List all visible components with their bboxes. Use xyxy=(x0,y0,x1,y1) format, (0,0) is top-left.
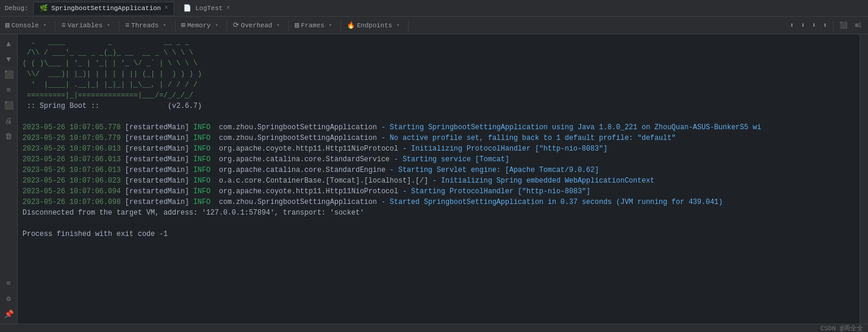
toolbar-overhead[interactable]: ⟳ Overhead ▾ xyxy=(230,19,285,32)
process-line: Process finished with exit code -1 xyxy=(23,229,855,240)
side-btn-square[interactable]: ⬛ xyxy=(2,98,16,113)
log-line: 2023-05-26 10:07:06.023 [restartedMain] … xyxy=(23,175,855,186)
threads-label: Threads xyxy=(131,22,158,29)
threads-arrow[interactable]: ▾ xyxy=(161,19,169,32)
log-line: 2023-05-26 10:07:06.013 [restartedMain] … xyxy=(23,165,855,175)
toolbar-scroll-up[interactable]: ⬆ xyxy=(787,19,797,32)
toolbar-threads[interactable]: ≡ Threads ▾ xyxy=(122,19,171,32)
up2-icon: ⬆ xyxy=(823,21,827,29)
frames-arrow[interactable]: ▾ xyxy=(326,19,334,32)
main-area: ▲ ▼ ⬛ ≡ ⬛ 🖨 🗑 ≡ ⚙ 📌 . ____ _ __ _ _ /\\ … xyxy=(0,34,868,324)
console-arrow[interactable]: ▾ xyxy=(40,19,49,32)
format-icon: ≡⃝ xyxy=(855,22,863,29)
frames-icon: ▤ xyxy=(295,21,299,30)
side-btn-print[interactable]: 🖨 xyxy=(2,114,16,128)
sep-7 xyxy=(408,20,409,31)
overhead-arrow[interactable]: ▾ xyxy=(274,19,282,32)
bottom-scrollbar[interactable] xyxy=(2,326,818,331)
side-btn-stop[interactable]: ⬛ xyxy=(2,68,16,82)
tab-close-springboot[interactable]: × xyxy=(164,5,168,11)
pin-icon: ⬇ xyxy=(812,21,816,29)
toolbar-console[interactable]: ▤ Console ▾ xyxy=(2,19,52,32)
sep-4 xyxy=(226,20,227,31)
watermark-label: CSDN @周全全 xyxy=(820,324,868,332)
sep-1 xyxy=(55,20,55,31)
console-label: Console xyxy=(11,22,39,29)
toolbar-frames[interactable]: ▤ Frames ▾ xyxy=(292,19,337,32)
endpoints-arrow[interactable]: ▾ xyxy=(394,19,402,32)
overhead-icon: ⟳ xyxy=(233,21,239,30)
log-line: 2023-05-26 10:07:06.094 [restartedMain] … xyxy=(23,186,855,197)
log-line: 2023-05-26 10:07:05.778 [restartedMain] … xyxy=(23,122,855,133)
console-area: . ____ _ __ _ _ /\\ / ___'_ __ _ _(_)_ _… xyxy=(18,34,860,324)
toolbar-variables[interactable]: ≡ Variables ▾ xyxy=(58,19,116,32)
side-btn-up[interactable]: ▲ xyxy=(2,37,16,51)
tab-label-springboot: SpringbootSettingApplication xyxy=(52,5,161,12)
tab-icon-springboot: 🌿 xyxy=(40,4,48,12)
overhead-label: Overhead xyxy=(241,22,272,29)
scroll-down-icon: ⬇ xyxy=(801,21,805,29)
threads-icon: ≡ xyxy=(125,21,129,30)
variables-icon: ≡ xyxy=(61,21,65,30)
scroll-up-icon: ⬆ xyxy=(790,21,794,29)
toolbar-scroll-down[interactable]: ⬇ xyxy=(798,19,808,32)
frames-label: Frames xyxy=(301,22,324,29)
memory-icon: ⊞ xyxy=(181,21,186,30)
sep-8 xyxy=(833,20,834,31)
disconnect-line: Disconnected from the target VM, address… xyxy=(23,208,855,218)
variables-label: Variables xyxy=(68,22,103,29)
toolbar-endpoints[interactable]: 🔥 Endpoints ▾ xyxy=(344,19,405,32)
sep-2 xyxy=(119,20,119,31)
log-line: 2023-05-26 10:07:06.013 [restartedMain] … xyxy=(23,143,855,154)
log-line: 2023-05-26 10:07:06.013 [restartedMain] … xyxy=(23,154,855,165)
tab-label-logtest: LogTest xyxy=(195,5,222,12)
toolbar-up2[interactable]: ⬆ xyxy=(820,19,830,32)
side-btn-pin[interactable]: 📌 xyxy=(2,307,16,321)
side-btn-gear[interactable]: ⚙ xyxy=(2,292,16,306)
tab-logtest[interactable]: 📄 LogTest × xyxy=(177,2,236,15)
side-btn-grid[interactable]: ≡ xyxy=(2,276,16,290)
tab-springboot[interactable]: 🌿 SpringbootSettingApplication × xyxy=(33,2,175,15)
endpoints-icon: 🔥 xyxy=(347,21,355,29)
toolbar: ▤ Console ▾ ≡ Variables ▾ ≡ Threads ▾ ⊞ … xyxy=(0,17,868,34)
log-line: 2023-05-26 10:07:06.098 [restartedMain] … xyxy=(23,197,855,208)
memory-arrow[interactable]: ▾ xyxy=(212,19,221,32)
right-scrollbar[interactable] xyxy=(860,34,868,324)
toolbar-memory[interactable]: ⊞ Memory ▾ xyxy=(178,19,224,32)
sep-5 xyxy=(288,20,289,31)
memory-label: Memory xyxy=(187,22,211,29)
console-icon: ▤ xyxy=(5,21,9,30)
sep-3 xyxy=(175,20,175,31)
side-panel: ▲ ▼ ⬛ ≡ ⬛ 🖨 🗑 ≡ ⚙ 📌 xyxy=(0,34,18,324)
log-line: 2023-05-26 10:07:05.779 [restartedMain] … xyxy=(23,133,855,143)
side-btn-list[interactable]: ≡ xyxy=(2,83,16,97)
toolbar-stop[interactable]: ⬛ xyxy=(837,19,851,32)
bottom-bar: CSDN @周全全 xyxy=(0,324,868,332)
console-output[interactable]: . ____ _ __ _ _ /\\ / ___'_ __ _ _(_)_ _… xyxy=(18,34,860,324)
tab-icon-logtest: 📄 xyxy=(183,4,192,12)
variables-arrow[interactable]: ▾ xyxy=(104,19,113,32)
tab-close-logtest[interactable]: × xyxy=(226,5,230,11)
endpoints-label: Endpoints xyxy=(357,22,392,29)
debug-label: Debug: xyxy=(5,5,28,12)
stop-icon: ⬛ xyxy=(840,21,848,29)
toolbar-format[interactable]: ≡⃝ xyxy=(852,19,866,32)
title-bar: Debug: 🌿 SpringbootSettingApplication × … xyxy=(0,0,868,17)
side-btn-trash[interactable]: 🗑 xyxy=(2,129,16,143)
sep-6 xyxy=(340,20,341,31)
side-btn-down[interactable]: ▼ xyxy=(2,52,16,66)
toolbar-pin[interactable]: ⬇ xyxy=(809,19,819,32)
